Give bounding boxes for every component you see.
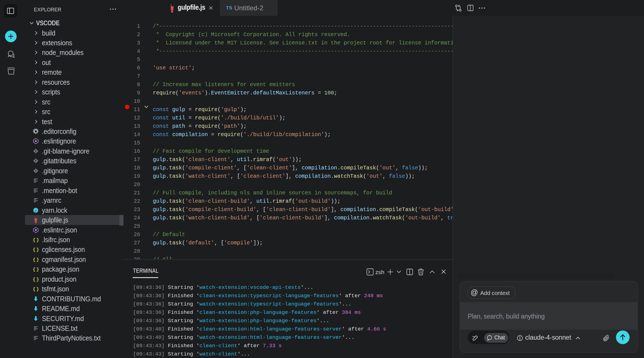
svg-text:{ }: { } [33, 237, 39, 243]
svg-text:{ }: { } [33, 247, 39, 252]
svg-text:{ }: { } [33, 277, 39, 282]
svg-text:{ }: { } [33, 287, 39, 292]
svg-text:{ }: { } [33, 267, 39, 272]
svg-text:{ }: { } [33, 257, 39, 262]
